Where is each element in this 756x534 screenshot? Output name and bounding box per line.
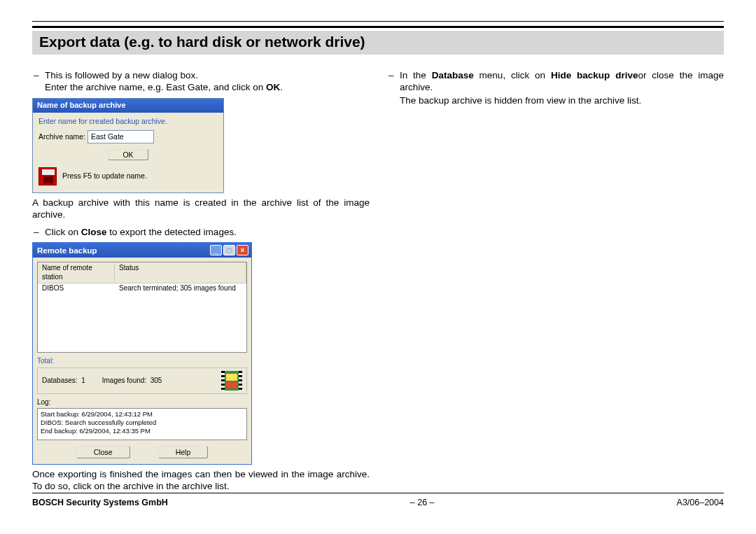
- archive-name-label: Archive name:: [38, 132, 88, 141]
- film-strip-icon: [221, 371, 242, 391]
- list-item[interactable]: DIBOS Search terminated; 305 images foun…: [38, 283, 246, 294]
- dialog1-hint: Press F5 to update name.: [62, 171, 147, 181]
- right-line-2: The backup archive is hidden from view i…: [400, 95, 724, 107]
- bullet-1-line2-pre: Enter the archive name, e.g. East Gate, …: [45, 82, 266, 92]
- log-label: Log:: [37, 398, 247, 407]
- dash-icon: –: [32, 70, 45, 94]
- log-box[interactable]: Start backup: 6/29/2004, 12:43:12 PM DIB…: [37, 408, 247, 440]
- cell-station: DIBOS: [38, 283, 115, 294]
- r-b1-mid: menu, click on: [474, 70, 551, 80]
- log-line-1: Start backup: 6/29/2004, 12:43:12 PM: [41, 410, 244, 419]
- dialog1-prompt: Enter name for created backup archive.: [38, 117, 218, 126]
- total-box: Databases: 1 Images found: 305: [37, 367, 247, 394]
- total-label: Total:: [37, 357, 247, 366]
- page-title: Export data (e.g. to hard disk or networ…: [32, 31, 724, 55]
- bullet-2-post: to export the detected images.: [107, 227, 237, 237]
- r-b1-pre: In the: [400, 70, 432, 80]
- log-line-2: DIBOS: Search successfully completed: [41, 419, 244, 427]
- r-b1-bold2: Hide backup drive: [551, 70, 638, 80]
- databases-value: 1: [81, 377, 85, 384]
- databases-label: Databases:: [42, 377, 78, 384]
- footer-doc-ref: A3/06–2004: [677, 498, 724, 507]
- dash-icon: –: [32, 227, 45, 239]
- right-bullet-1: In the Database menu, click on Hide back…: [400, 70, 724, 94]
- col-header-station[interactable]: Name of remote station: [38, 262, 115, 283]
- dialog2-title-text: Remote backup: [37, 246, 97, 255]
- help-button[interactable]: Help: [158, 446, 209, 458]
- bullet-1: This is followed by a new dialog box. En…: [45, 70, 370, 94]
- bullet-1-line2-post: .: [280, 82, 283, 92]
- archive-name-input[interactable]: East Gate: [88, 130, 154, 143]
- close-button[interactable]: Close: [76, 446, 130, 458]
- cell-status: Search terminated; 305 images found: [115, 283, 246, 294]
- bullet-2-bold: Close: [81, 227, 107, 237]
- after-dialog1-text: A backup archive with this name is creat…: [32, 197, 370, 221]
- footer-rule: [32, 493, 724, 493]
- bullet-1-line1: This is followed by a new dialog box.: [45, 70, 198, 80]
- after-dialog2-text: Once exporting is finished the images ca…: [32, 469, 370, 493]
- floppy-disk-icon: [38, 167, 57, 185]
- col-header-status[interactable]: Status: [115, 262, 246, 283]
- footer-company: BOSCH Security Systems GmbH: [32, 498, 168, 507]
- top-rule-2: [32, 26, 724, 28]
- footer-page-number: – 26 –: [410, 498, 435, 507]
- ok-button[interactable]: OK: [108, 149, 148, 160]
- maximize-icon[interactable]: □: [223, 245, 235, 255]
- dialog1-titlebar: Name of backup archive: [33, 99, 223, 113]
- bullet-2-pre: Click on: [45, 227, 81, 237]
- bullet-2: Click on Close to export the detected im…: [45, 227, 370, 239]
- images-found-value: 305: [150, 377, 162, 384]
- left-column: – This is followed by a new dialog box. …: [32, 70, 378, 493]
- dialog-remote-backup: Remote backup _ □ × Name of remote stati…: [32, 242, 252, 465]
- images-found-label: Images found:: [102, 377, 146, 384]
- station-list[interactable]: Name of remote station Status DIBOS Sear…: [37, 262, 247, 353]
- right-column: – In the Database menu, click on Hide ba…: [378, 70, 724, 493]
- minimize-icon[interactable]: _: [210, 245, 222, 255]
- r-b1-bold1: Database: [432, 70, 474, 80]
- log-line-3: End backup: 6/29/2004, 12:43:35 PM: [41, 427, 244, 435]
- dash-icon: –: [387, 70, 400, 94]
- close-icon[interactable]: ×: [237, 245, 248, 255]
- bullet-1-ok: OK: [266, 82, 280, 92]
- dialog-name-of-backup-archive: Name of backup archive Enter name for cr…: [32, 98, 224, 193]
